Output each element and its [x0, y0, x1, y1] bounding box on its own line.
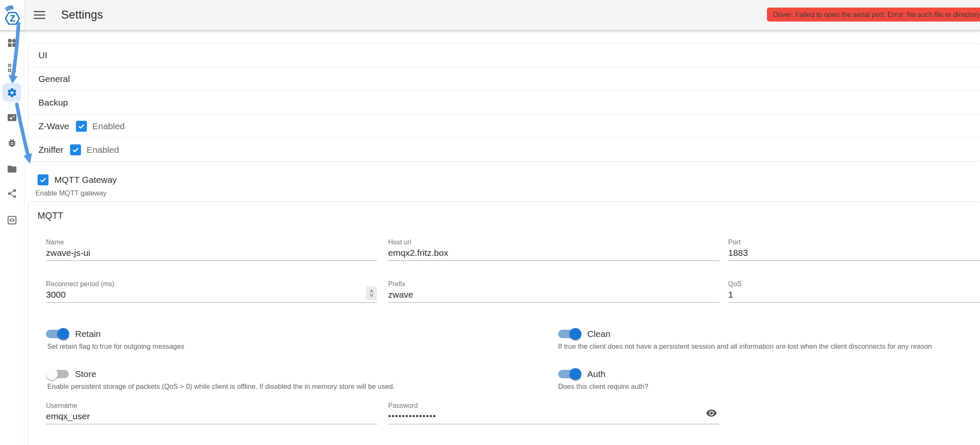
mqtt-card-title: MQTT — [38, 211, 63, 221]
reconnect-period-input[interactable]: 3000 — [46, 289, 377, 303]
panel-row-ui[interactable]: UI — [28, 43, 980, 67]
qos-field-label: QoS — [728, 280, 980, 288]
retain-switch[interactable] — [46, 328, 69, 340]
panel-row-label: Zniffer — [38, 145, 63, 155]
zniffer-enabled-checkbox[interactable] — [70, 144, 81, 155]
driver-error-text: Driver: Failed to open the serial port: … — [773, 11, 980, 19]
zniffer-enabled-label: Enabled — [86, 145, 119, 155]
password-field-label: Password — [388, 402, 719, 409]
qr-code-icon — [7, 62, 17, 73]
auth-hint: Does this client require auth? — [558, 383, 648, 391]
zwave-enabled-checkbox[interactable] — [76, 121, 87, 132]
password-input[interactable]: •••••••••••••• — [388, 410, 719, 424]
retain-switch-label: Retain — [75, 329, 101, 339]
sidebar-item-smart-start[interactable] — [3, 58, 21, 77]
clean-hint: If true the client does not have a persi… — [558, 342, 932, 350]
folder-icon — [7, 164, 17, 174]
retain-switch-row: Retain — [46, 328, 101, 340]
menu-hamburger-icon[interactable] — [34, 11, 45, 19]
clean-switch-label: Clean — [587, 329, 610, 339]
sidebar — [0, 30, 24, 445]
zwave-logo-icon: Z — [3, 5, 21, 25]
bug-icon — [7, 138, 17, 148]
host-url-input[interactable]: emqx2.fritz.box — [388, 247, 719, 261]
movie-filter-icon — [7, 112, 17, 123]
check-icon — [71, 146, 80, 154]
port-field: Port 1883 — [728, 239, 980, 261]
sidebar-item-store[interactable] — [3, 160, 21, 178]
zwave-js-ui-app: Z Settings Driver: Failed to open the se… — [0, 0, 980, 445]
panel-row-label: General — [38, 74, 70, 84]
store-switch-label: Store — [75, 369, 96, 379]
sidebar-item-network-graph[interactable] — [3, 184, 21, 203]
store-hint: Enable persistent storage of packets (Qo… — [47, 383, 395, 391]
driver-error-chip[interactable]: Driver: Failed to open the serial port: … — [767, 8, 980, 22]
clean-switch-row: Clean — [558, 328, 610, 340]
name-field-label: Name — [46, 239, 377, 246]
sidebar-item-debug[interactable] — [3, 133, 21, 152]
port-field-label: Port — [728, 239, 980, 246]
prefix-field-label: Prefix — [388, 280, 719, 288]
host-url-field-label: Host url — [388, 239, 719, 246]
store-switch[interactable] — [46, 368, 69, 380]
qos-input[interactable]: 1 — [728, 289, 980, 303]
logo-letter: Z — [9, 13, 15, 23]
clean-switch[interactable] — [558, 328, 581, 340]
name-field: Name zwave-js-ui — [46, 239, 377, 261]
page-title: Settings — [61, 8, 103, 22]
panel-row-label: Z-Wave — [38, 121, 69, 131]
panel-row-label: UI — [38, 50, 47, 60]
mqtt-gateway-hint: Enable MQTT gateway — [35, 189, 117, 197]
auth-switch[interactable] — [558, 368, 581, 380]
reconnect-period-stepper[interactable]: ˄ ˅ — [366, 286, 377, 300]
sidebar-item-control-panel-view[interactable] — [3, 211, 21, 229]
monitor-eye-icon — [7, 215, 17, 225]
logo-box[interactable]: Z — [0, 0, 24, 30]
mqtt-gateway-checkbox[interactable] — [38, 174, 49, 185]
reconnect-period-field: Reconnect period (ms) 3000 — [46, 280, 377, 303]
panel-row-zniffer[interactable]: Zniffer Enabled — [28, 138, 980, 161]
mqtt-gateway-label: MQTT Gateway — [54, 175, 117, 185]
settings-panel-group: UI General Backup Z-Wave Enabled Zniffer… — [28, 43, 980, 162]
qos-field: QoS 1 — [728, 280, 980, 303]
username-field: Username emqx_user — [46, 402, 377, 424]
mqtt-gateway-block: MQTT Gateway Enable MQTT gateway — [35, 174, 117, 197]
username-input[interactable]: emqx_user — [46, 410, 377, 424]
name-input[interactable]: zwave-js-ui — [46, 247, 377, 261]
reconnect-period-field-label: Reconnect period (ms) — [46, 280, 377, 288]
password-field: Password •••••••••••••• — [388, 402, 719, 424]
stepper-down-icon[interactable]: ˅ — [370, 293, 373, 298]
prefix-field: Prefix zwave — [388, 280, 719, 303]
auth-switch-label: Auth — [587, 369, 605, 379]
check-icon — [39, 176, 47, 184]
port-input[interactable]: 1883 — [728, 247, 980, 261]
prefix-input[interactable]: zwave — [388, 289, 719, 303]
panel-row-general[interactable]: General — [28, 67, 980, 90]
username-field-label: Username — [46, 402, 377, 409]
gear-icon — [7, 87, 17, 98]
panel-row-backup[interactable]: Backup — [28, 90, 980, 114]
host-url-field: Host url emqx2.fritz.box — [388, 239, 719, 261]
auth-switch-row: Auth — [558, 368, 605, 380]
share-icon — [7, 188, 17, 199]
panel-row-zwave[interactable]: Z-Wave Enabled — [28, 114, 980, 138]
sidebar-item-control-panel[interactable] — [3, 33, 21, 52]
password-visibility-toggle[interactable] — [706, 407, 717, 419]
eye-icon — [706, 407, 717, 419]
panel-row-label: Backup — [38, 98, 68, 108]
zwave-enabled-label: Enabled — [92, 121, 125, 131]
retain-hint: Set retain flag to true for outgoing mes… — [47, 342, 184, 350]
mqtt-card: MQTT Name zwave-js-ui Host url emqx2.fri… — [28, 201, 980, 445]
widgets-icon — [7, 38, 17, 48]
store-switch-row: Store — [46, 368, 96, 380]
sidebar-item-settings[interactable] — [3, 83, 21, 102]
check-icon — [77, 122, 86, 130]
sidebar-item-scenes[interactable] — [3, 108, 21, 127]
